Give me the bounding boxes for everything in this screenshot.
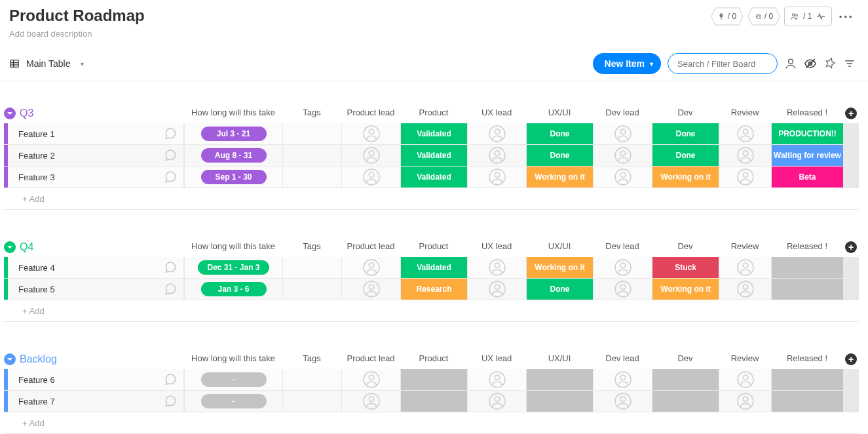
integration-badge-2[interactable]: / 0 — [747, 7, 780, 26]
released-cell[interactable]: PRODUCTION!! — [771, 123, 843, 144]
person-placeholder-icon[interactable] — [489, 393, 506, 410]
col-header-dev-lead[interactable]: Dev lead — [593, 108, 652, 119]
dev-status-cell[interactable]: Done — [652, 145, 719, 166]
col-header-dev-lead[interactable]: Dev lead — [593, 241, 652, 253]
product-status-cell[interactable]: Validated — [400, 167, 467, 187]
col-header-dev-lead[interactable]: Dev lead — [593, 353, 652, 365]
person-placeholder-icon[interactable] — [737, 281, 754, 298]
uxui-status-cell[interactable]: Working on it — [526, 257, 593, 278]
new-item-button[interactable]: New Item ▾ — [593, 53, 661, 74]
dev-status-cell[interactable] — [652, 391, 719, 412]
group-name[interactable]: Q4 — [20, 241, 33, 253]
person-placeholder-icon[interactable] — [614, 125, 632, 142]
timeline-cell[interactable]: Jul 3 - 21 — [184, 123, 282, 144]
item-name-cell[interactable]: Feature 7 — [8, 391, 184, 412]
released-cell[interactable] — [771, 369, 843, 390]
dev-lead-cell[interactable] — [593, 145, 652, 166]
person-placeholder-icon[interactable] — [737, 125, 754, 142]
col-header-product-lead[interactable]: Product lead — [341, 353, 400, 365]
chat-icon[interactable] — [164, 395, 177, 408]
ux-lead-cell[interactable] — [467, 145, 526, 166]
col-header-uxui[interactable]: UX/UI — [526, 241, 593, 253]
col-header-tags[interactable]: Tags — [282, 241, 341, 253]
col-header-released[interactable]: Released ! — [771, 108, 843, 119]
table-row[interactable]: Feature 3 Sep 1 - 30 Validated Working o… — [4, 167, 859, 188]
chat-icon[interactable] — [164, 261, 177, 274]
product-lead-cell[interactable] — [341, 391, 400, 412]
group-collapse-button[interactable] — [4, 241, 16, 253]
col-header-ux-lead[interactable]: UX lead — [467, 241, 526, 253]
review-cell[interactable] — [719, 167, 771, 187]
person-placeholder-icon[interactable] — [614, 371, 632, 388]
dev-lead-cell[interactable] — [593, 369, 652, 390]
person-placeholder-icon[interactable] — [614, 259, 632, 276]
person-placeholder-icon[interactable] — [614, 147, 632, 164]
person-placeholder-icon[interactable] — [363, 168, 380, 186]
col-header-product[interactable]: Product — [400, 108, 467, 119]
chat-icon[interactable] — [164, 373, 177, 386]
released-cell[interactable]: Beta — [771, 167, 843, 187]
timeline-cell[interactable]: Dec 31 - Jan 3 — [184, 257, 282, 278]
col-header-review[interactable]: Review — [719, 353, 771, 365]
col-header-dev[interactable]: Dev — [652, 353, 719, 365]
ux-lead-cell[interactable] — [467, 391, 526, 412]
review-cell[interactable] — [719, 391, 771, 412]
col-header-product[interactable]: Product — [400, 353, 467, 365]
dev-status-cell[interactable]: Working on it — [652, 279, 719, 300]
col-header-ux-lead[interactable]: UX lead — [467, 353, 526, 365]
released-cell[interactable] — [771, 391, 843, 412]
person-placeholder-icon[interactable] — [363, 125, 380, 142]
timeline-cell[interactable]: - — [184, 369, 282, 390]
page-title[interactable]: Product Roadmap — [9, 7, 145, 25]
person-icon[interactable] — [784, 57, 797, 70]
dev-lead-cell[interactable] — [593, 167, 652, 187]
product-lead-cell[interactable] — [341, 279, 400, 300]
col-header-product-lead[interactable]: Product lead — [341, 108, 400, 119]
product-lead-cell[interactable] — [341, 369, 400, 390]
person-placeholder-icon[interactable] — [489, 259, 506, 276]
uxui-status-cell[interactable]: Working on it — [526, 167, 593, 187]
timeline-cell[interactable]: Aug 8 - 31 — [184, 145, 282, 166]
review-cell[interactable] — [719, 145, 771, 166]
col-header-product-lead[interactable]: Product lead — [341, 241, 400, 253]
dev-lead-cell[interactable] — [593, 391, 652, 412]
tags-cell[interactable] — [282, 257, 341, 278]
col-header-dev[interactable]: Dev — [652, 108, 719, 119]
col-header-uxui[interactable]: UX/UI — [526, 353, 593, 365]
released-cell[interactable] — [771, 279, 843, 300]
search-input[interactable] — [668, 53, 778, 74]
product-status-cell[interactable]: Validated — [400, 145, 467, 166]
filter-icon[interactable] — [843, 57, 856, 70]
person-placeholder-icon[interactable] — [363, 393, 380, 410]
person-placeholder-icon[interactable] — [737, 147, 754, 164]
table-row[interactable]: Feature 4 Dec 31 - Jan 3 Validated Worki… — [4, 257, 859, 279]
product-status-cell[interactable]: Research — [400, 279, 467, 300]
review-cell[interactable] — [719, 257, 771, 278]
dev-status-cell[interactable]: Done — [652, 123, 719, 144]
review-cell[interactable] — [719, 369, 771, 390]
uxui-status-cell[interactable]: Done — [526, 145, 593, 166]
product-lead-cell[interactable] — [341, 145, 400, 166]
review-cell[interactable] — [719, 123, 771, 144]
dev-status-cell[interactable] — [652, 369, 719, 390]
ux-lead-cell[interactable] — [467, 257, 526, 278]
product-lead-cell[interactable] — [341, 167, 400, 187]
person-placeholder-icon[interactable] — [489, 281, 506, 298]
col-header-timeline[interactable]: How long will this take — [184, 353, 282, 365]
chat-icon[interactable] — [164, 170, 177, 184]
timeline-cell[interactable]: Jan 3 - 6 — [184, 279, 282, 300]
product-status-cell[interactable] — [400, 369, 467, 390]
product-lead-cell[interactable] — [341, 257, 400, 278]
product-lead-cell[interactable] — [341, 123, 400, 144]
group-name[interactable]: Backlog — [20, 353, 57, 365]
item-name-cell[interactable]: Feature 6 — [8, 369, 184, 390]
col-header-released[interactable]: Released ! — [771, 353, 843, 365]
product-status-cell[interactable] — [400, 391, 467, 412]
person-placeholder-icon[interactable] — [614, 393, 632, 410]
product-status-cell[interactable]: Validated — [400, 257, 467, 278]
group-name[interactable]: Q3 — [20, 108, 33, 119]
person-placeholder-icon[interactable] — [737, 393, 754, 410]
tags-cell[interactable] — [282, 391, 341, 412]
add-column-button[interactable]: + — [845, 241, 857, 253]
person-placeholder-icon[interactable] — [737, 259, 754, 276]
